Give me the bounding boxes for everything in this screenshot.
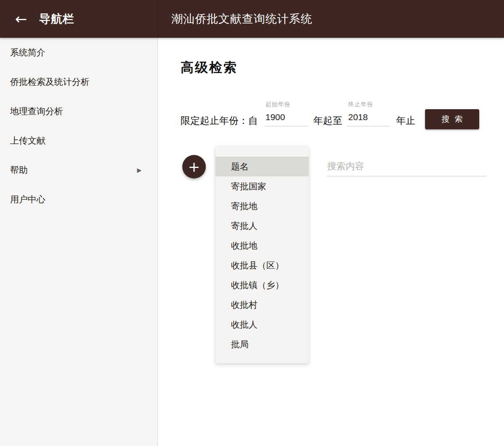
field-option-label: 寄批地 bbox=[231, 200, 257, 212]
field-option-label: 收批地 bbox=[231, 240, 257, 252]
sidebar-item[interactable]: 系统简介 ▶ bbox=[0, 38, 158, 67]
nav-drawer-title: 导航栏 bbox=[39, 0, 74, 38]
field-option[interactable]: 寄批国家 bbox=[215, 176, 309, 196]
field-option-label: 寄批国家 bbox=[231, 181, 266, 192]
chevron-right-icon: ▶ bbox=[137, 167, 142, 173]
field-option[interactable]: 寄批人 bbox=[215, 216, 309, 236]
sidebar-item-label: 地理查询分析 bbox=[10, 105, 63, 117]
page-title: 高级检索 bbox=[181, 59, 238, 76]
field-option[interactable]: 批局 bbox=[215, 334, 309, 354]
field-option-label: 收批镇（乡） bbox=[231, 279, 284, 291]
field-option[interactable]: 题名 bbox=[215, 157, 309, 176]
start-year-input[interactable] bbox=[265, 112, 308, 126]
sidebar-item[interactable]: 用户中心 ▶ bbox=[0, 185, 158, 214]
sidebar-item[interactable]: 侨批检索及统计分析 ▶ bbox=[0, 67, 158, 97]
sidebar-nav: 系统简介 ▶ 侨批检索及统计分析 ▶ 地理查询分析 ▶ 上传文献 ▶ 帮助 ▶ … bbox=[0, 38, 158, 446]
back-arrow-icon: ← bbox=[15, 10, 27, 27]
header-divider bbox=[158, 0, 158, 38]
year-range-suffix-label: 年止 bbox=[396, 114, 415, 127]
field-option[interactable]: 收批地 bbox=[215, 236, 309, 255]
year-range-middle-label: 年起至 bbox=[313, 114, 342, 127]
search-content-input[interactable] bbox=[327, 161, 486, 176]
field-option-label: 题名 bbox=[231, 161, 249, 173]
sidebar-item-label: 侨批检索及统计分析 bbox=[10, 76, 89, 88]
app-header: ← 导航栏 潮汕侨批文献查询统计系统 bbox=[0, 0, 504, 38]
year-range-prefix-label: 限定起止年份：自 bbox=[181, 114, 258, 127]
field-option-label: 收批村 bbox=[231, 299, 257, 311]
sidebar-item[interactable]: 地理查询分析 ▶ bbox=[0, 97, 158, 126]
field-option-label: 收批人 bbox=[231, 319, 257, 331]
field-option[interactable]: 收批镇（乡） bbox=[215, 275, 309, 295]
back-button[interactable]: ← bbox=[11, 0, 31, 38]
start-year-label: 起始年份 bbox=[265, 101, 308, 108]
search-button[interactable]: 搜索 bbox=[425, 109, 479, 129]
sidebar-item-label: 用户中心 bbox=[10, 194, 45, 205]
field-option[interactable]: 收批人 bbox=[215, 315, 309, 334]
sidebar-item-label: 系统简介 bbox=[10, 47, 45, 58]
app-title: 潮汕侨批文献查询统计系统 bbox=[171, 0, 312, 38]
end-year-input[interactable] bbox=[347, 112, 390, 126]
start-year-field: 起始年份 bbox=[265, 101, 308, 126]
field-option-label: 收批县（区） bbox=[231, 260, 284, 271]
sidebar-item-label: 帮助 bbox=[10, 164, 28, 176]
field-option-label: 寄批人 bbox=[231, 220, 257, 232]
field-option[interactable]: 寄批地 bbox=[215, 196, 309, 216]
end-year-field: 终止年份 bbox=[347, 101, 390, 126]
sidebar-item[interactable]: 上传文献 ▶ bbox=[0, 126, 158, 155]
field-option[interactable]: 收批县（区） bbox=[215, 255, 309, 275]
field-dropdown: 题名 寄批国家 寄批地 寄批人 收批地 收批县（区） 收批镇（乡） 收批村 收批… bbox=[215, 146, 309, 363]
field-option-label: 批局 bbox=[231, 338, 249, 350]
sidebar-item-label: 上传文献 bbox=[10, 135, 45, 147]
plus-icon: + bbox=[188, 158, 200, 175]
search-content-field bbox=[327, 161, 486, 176]
end-year-label: 终止年份 bbox=[348, 101, 390, 108]
sidebar-item[interactable]: 帮助 ▶ bbox=[0, 155, 158, 185]
add-condition-button[interactable]: + bbox=[182, 155, 206, 178]
field-option[interactable]: 收批村 bbox=[215, 295, 309, 315]
